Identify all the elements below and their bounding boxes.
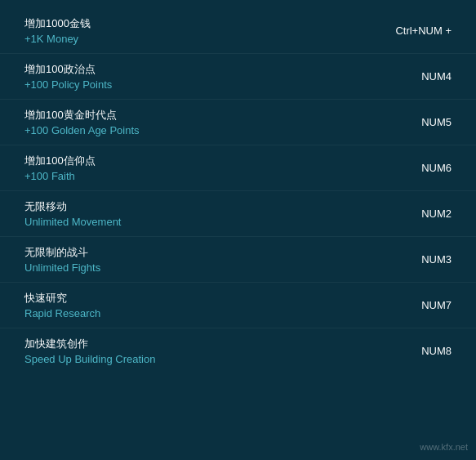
watermark: www.kfx.net (420, 442, 468, 452)
cheat-item: 快速研究Rapid ResearchNUM7 (0, 283, 476, 328)
cheat-chinese-label: 无限移动 (24, 199, 122, 214)
cheat-item: 增加100信仰点+100 FaithNUM6 (0, 145, 476, 191)
cheat-text: 无限制的战斗Unlimited Fights (24, 245, 100, 274)
cheat-english-label: Speed Up Building Creation (24, 353, 155, 365)
cheat-chinese-label: 增加100黄金时代点 (24, 108, 140, 123)
cheat-item: 无限移动Unlimited MovementNUM2 (0, 191, 476, 237)
cheat-hotkey-label: NUM7 (370, 299, 452, 311)
cheat-english-label: +1K Money (24, 33, 91, 45)
cheat-hotkey-label: NUM8 (370, 345, 452, 357)
cheat-item: 增加100黄金时代点+100 Golden Age PointsNUM5 (0, 100, 476, 145)
cheat-chinese-label: 增加100政治点 (24, 62, 112, 77)
cheat-text: 无限移动Unlimited Movement (24, 199, 122, 228)
cheat-item: 加快建筑创作Speed Up Building CreationNUM8 (0, 328, 476, 373)
cheat-hotkey-label: NUM6 (370, 162, 452, 174)
cheat-english-label: +100 Policy Points (24, 78, 112, 91)
cheat-item: 增加100政治点+100 Policy PointsNUM4 (0, 54, 476, 100)
cheat-item: 无限制的战斗Unlimited FightsNUM3 (0, 237, 476, 283)
cheat-hotkey-label: NUM3 (370, 253, 452, 266)
cheat-text: 增加100政治点+100 Policy Points (24, 62, 112, 91)
cheat-text: 增加1000金钱+1K Money (24, 16, 91, 45)
cheat-english-label: Unlimited Movement (24, 216, 122, 228)
cheat-chinese-label: 增加100信仰点 (24, 154, 96, 168)
cheat-text: 快速研究Rapid Research (24, 291, 100, 319)
cheat-english-label: +100 Golden Age Points (24, 124, 140, 136)
cheat-hotkey-label: Ctrl+NUM + (370, 25, 452, 37)
cheat-hotkey-label: NUM2 (370, 208, 452, 220)
cheat-english-label: Rapid Research (24, 307, 100, 319)
cheat-list: 增加1000金钱+1K MoneyCtrl+NUM +增加100政治点+100 … (0, 0, 476, 382)
cheat-text: 增加100信仰点+100 Faith (24, 154, 96, 182)
cheat-chinese-label: 增加1000金钱 (24, 16, 91, 31)
cheat-english-label: +100 Faith (24, 170, 96, 182)
cheat-hotkey-label: NUM4 (370, 70, 452, 83)
cheat-chinese-label: 加快建筑创作 (24, 337, 155, 351)
cheat-text: 增加100黄金时代点+100 Golden Age Points (24, 108, 140, 136)
cheat-chinese-label: 快速研究 (24, 291, 100, 306)
cheat-chinese-label: 无限制的战斗 (24, 245, 100, 260)
cheat-text: 加快建筑创作Speed Up Building Creation (24, 337, 155, 365)
cheat-english-label: Unlimited Fights (24, 261, 100, 274)
cheat-hotkey-label: NUM5 (370, 116, 452, 128)
cheat-item: 增加1000金钱+1K MoneyCtrl+NUM + (0, 8, 476, 54)
